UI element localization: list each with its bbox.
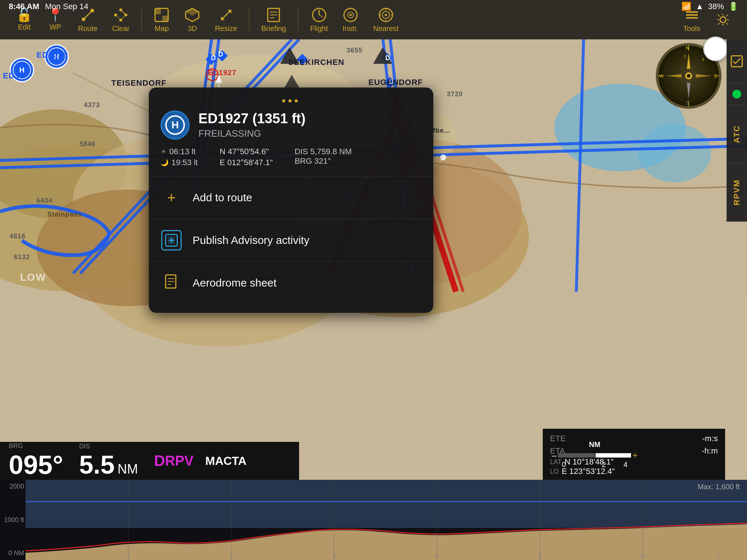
- popup-subtitle: FREILASSING: [198, 128, 306, 139]
- brg-label: BRG: [9, 442, 23, 450]
- status-date: Mon Sep 14: [45, 2, 89, 11]
- status-time: 8:46 AM: [9, 2, 39, 11]
- green-status-button[interactable]: [727, 83, 747, 105]
- status-bar: 8:46 AM Mon Sep 14 📶 ▲ 38% 🔋: [0, 0, 747, 13]
- add-to-route-action[interactable]: + Add to route: [149, 176, 433, 219]
- svg-text:D: D: [218, 51, 223, 58]
- svg-text:6: 6: [641, 552, 645, 560]
- wifi-icon: 📶: [681, 2, 691, 11]
- atc-button[interactable]: ATC: [727, 105, 747, 163]
- 3d-label: 3D: [187, 24, 197, 33]
- popup-menu-dots[interactable]: •••: [149, 88, 433, 110]
- signal-icon: ▲: [696, 2, 704, 11]
- svg-text:S: S: [686, 100, 689, 106]
- svg-text:3: 3: [684, 54, 686, 58]
- scale-num-2: 2: [602, 460, 606, 469]
- svg-point-12: [638, 124, 711, 182]
- scale-zoom-out[interactable]: –: [552, 450, 557, 460]
- rpvm-button[interactable]: RPVM: [727, 163, 747, 222]
- heading-number: 095°: [9, 450, 63, 479]
- svg-point-94: [349, 14, 352, 16]
- svg-text:D: D: [211, 54, 216, 62]
- rpv-label: RPV: [165, 453, 194, 469]
- helipad-icon-large: H: [160, 110, 190, 140]
- publish-advisory-action[interactable]: Publish Advisory activity: [149, 219, 433, 261]
- svg-text:N: N: [686, 45, 689, 51]
- status-dot: [732, 90, 741, 98]
- brg-val: BRG 321°: [295, 156, 352, 166]
- popup-header: H ED1927 (1351 ft) FREILASSING: [149, 110, 433, 147]
- lon-val: E 012°58'47.1": [220, 158, 273, 167]
- d-prefix: D: [154, 452, 165, 470]
- svg-text:2: 2: [229, 552, 233, 560]
- settings-icon: [715, 12, 731, 28]
- rpvm-label: RPVM: [732, 179, 742, 206]
- dis-label: DIS: [79, 443, 90, 450]
- scale-zoom-in[interactable]: +: [632, 450, 638, 460]
- popup-title: ED1927 (1351 ft): [198, 111, 306, 127]
- svg-text:7: 7: [717, 552, 720, 560]
- elevation-labels: 2000 1000 ft 0 NM: [0, 480, 26, 560]
- svg-text:D: D: [389, 78, 394, 85]
- battery-text: 38%: [708, 2, 724, 11]
- sunset-icon: 🌙: [160, 159, 169, 167]
- sunrise-icon: ☀: [160, 148, 166, 156]
- scale-num-0: 0: [562, 460, 566, 469]
- elev-1000: 1000 ft: [1, 516, 24, 524]
- heading-value: 095°: [9, 450, 63, 480]
- checklist-icon: [730, 55, 743, 68]
- battery-icon: 🔋: [728, 2, 738, 11]
- add-route-label: Add to route: [193, 191, 252, 204]
- popup-coords-block: ☀ 06:13 lt 🌙 19:53 lt N 47°50'54.6" E 01…: [149, 147, 433, 176]
- waypoint-label: MACTA: [205, 454, 247, 467]
- compass-widget[interactable]: N S E W 3 6: [656, 43, 721, 109]
- elev-2000: 2000: [1, 483, 24, 490]
- svg-text:H: H: [54, 52, 59, 61]
- elev-0: 0 NM: [1, 549, 24, 557]
- max-altitude-label: Max: 1,600 ft: [697, 483, 740, 491]
- elevation-svg: 1 2 3 4 5 6 7: [26, 480, 747, 560]
- tools-label: Tools: [683, 24, 700, 33]
- svg-line-91: [319, 15, 323, 17]
- aerodrome-sheet-label: Aerodrome sheet: [193, 277, 276, 289]
- lat-val: N 47°50'54.6": [220, 147, 269, 156]
- svg-text:4: 4: [435, 552, 439, 560]
- scale-ruler: [558, 453, 631, 458]
- advisory-icon-svg: [165, 234, 178, 247]
- dis-val: DIS 5,759.8 NM: [295, 147, 352, 156]
- aerodrome-icon: [160, 272, 182, 294]
- nearest-label: Nearest: [373, 24, 399, 33]
- distance-unit: NM: [117, 462, 138, 477]
- svg-rect-79: [162, 16, 168, 22]
- aerodrome-sheet-icon: [163, 273, 179, 289]
- resize-label: Resize: [215, 24, 237, 33]
- scale-unit: NM: [589, 440, 600, 449]
- svg-text:3: 3: [332, 552, 336, 560]
- flight-label: Flight: [310, 24, 328, 33]
- scale-bar: NM – + 0 2 4: [552, 440, 638, 469]
- svg-text:6: 6: [702, 57, 704, 62]
- svg-text:1: 1: [127, 552, 130, 560]
- elevation-profile: 2000 1000 ft 0 NM 1 2 3 4 5 6 7 Max: 1,6…: [0, 480, 747, 560]
- svg-text:5: 5: [538, 552, 542, 560]
- distance-value: 5.5: [79, 450, 115, 479]
- svg-point-116: [687, 74, 690, 78]
- map-label: Map: [155, 24, 169, 33]
- svg-text:E: E: [715, 73, 718, 79]
- svg-line-75: [121, 15, 126, 20]
- edit-label: Edit: [18, 23, 30, 31]
- sunrise-val: 06:13 lt: [169, 147, 196, 156]
- scale-num-4: 4: [623, 460, 627, 469]
- location-popup: ••• H ED1927 (1351 ft) FREILASSING ☀ 06:…: [149, 88, 433, 313]
- svg-point-97: [385, 14, 387, 16]
- aerodrome-sheet-action[interactable]: Aerodrome sheet: [149, 262, 433, 304]
- svg-line-76: [116, 15, 121, 20]
- svg-text:W: W: [659, 73, 664, 79]
- atc-label: ATC: [732, 125, 742, 143]
- svg-rect-135: [26, 480, 747, 528]
- add-route-icon: +: [160, 187, 182, 209]
- checklist-button[interactable]: [727, 39, 747, 83]
- compass-north-button[interactable]: [703, 36, 728, 61]
- svg-point-36: [440, 155, 446, 160]
- ete-val: -m:s: [702, 434, 718, 443]
